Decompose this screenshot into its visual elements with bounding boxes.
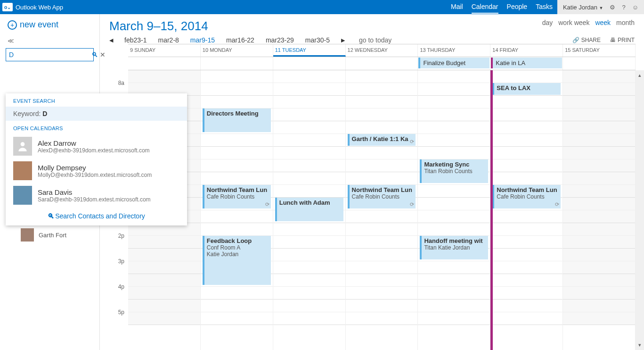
person-suggestion[interactable]: Sara DavisSaraD@exhb-3919dom.extest.micr…: [6, 183, 187, 208]
allday-cell[interactable]: [563, 57, 636, 70]
calendar-event[interactable]: Handoff meeting witTitan Katie Jordan: [420, 236, 488, 259]
day-header[interactable]: 15 SATURDAY: [563, 44, 636, 57]
help-icon[interactable]: ?: [622, 4, 625, 11]
app-brand: o⌄ Outlook Web App: [0, 3, 63, 11]
search-suggestions-popup: EVENT SEARCH Keyword: D OPEN CALENDARS A…: [6, 93, 187, 225]
allday-event[interactable]: Finalize Budget: [418, 58, 489, 68]
calendar-event[interactable]: Directors Meeting: [203, 108, 271, 132]
search-box: 🔍︎ ✕: [6, 48, 94, 61]
event-search-header: EVENT SEARCH: [6, 93, 187, 107]
allday-cell[interactable]: Finalize Budget: [418, 57, 490, 70]
week-link[interactable]: mar9-15: [190, 36, 215, 44]
nav-calendar[interactable]: Calendar: [472, 0, 498, 14]
allday-cell[interactable]: [346, 57, 418, 70]
smiley-icon[interactable]: ☺: [632, 4, 638, 11]
day-column[interactable]: Lunch with Adam: [273, 70, 346, 350]
day-column[interactable]: [563, 70, 636, 350]
hour-label: 5p: [100, 309, 128, 334]
allday-cell[interactable]: [128, 57, 201, 70]
view-workweek[interactable]: work week: [558, 19, 589, 26]
recurring-icon: ⟳: [410, 201, 414, 208]
collapse-sidebar-button[interactable]: ≪: [0, 35, 99, 48]
next-week-icon[interactable]: ▶: [341, 37, 345, 43]
scroll-up-icon[interactable]: ▴: [638, 72, 641, 78]
topbar: o⌄ Outlook Web App Mail Calendar People …: [0, 0, 644, 14]
view-switcher: day work week week month: [542, 19, 635, 26]
search-icon[interactable]: 🔍︎: [91, 51, 98, 58]
nav-people[interactable]: People: [507, 0, 528, 14]
new-event-button[interactable]: + new event: [0, 14, 99, 35]
open-calendars-header: OPEN CALENDARS: [6, 121, 187, 134]
search-input[interactable]: [9, 51, 91, 58]
outlook-logo-icon: o⌄: [2, 3, 13, 11]
plus-circle-icon: +: [8, 20, 17, 30]
person-email: SaraD@exhb-3919dom.extest.microsoft.com: [38, 196, 151, 203]
day-headers: 9 SUNDAY 10 MONDAY 11 TUESDAY 12 WEDNESD…: [128, 44, 636, 57]
gear-icon[interactable]: ⚙: [610, 4, 615, 11]
week-link[interactable]: mar30-5: [305, 36, 330, 44]
week-link[interactable]: mar16-22: [226, 36, 254, 44]
keyword-suggestion[interactable]: Keyword: D: [6, 107, 187, 121]
goto-today-link[interactable]: go to today: [359, 36, 391, 44]
day-column[interactable]: Marketing SyncTitan Robin Counts Handoff…: [418, 70, 490, 350]
calendar-grid: Directors Meeting Northwind Team LunCafe…: [128, 70, 636, 350]
person-name: Sara Davis: [38, 188, 151, 196]
clear-search-icon[interactable]: ✕: [100, 51, 106, 58]
calendar-event[interactable]: Northwind Team LunCafe Robin Counts⟳: [348, 185, 416, 208]
top-nav: Mail Calendar People Tasks: [451, 0, 557, 14]
new-event-label: new event: [20, 20, 58, 30]
day-header[interactable]: 13 THURSDAY: [418, 44, 490, 57]
share-button[interactable]: 🔗 SHARE: [572, 37, 601, 43]
day-header[interactable]: 12 WEDNESDAY: [346, 44, 418, 57]
search-directory-link[interactable]: 🔍︎Search Contacts and Directory: [6, 208, 187, 225]
calendar-event[interactable]: Lunch with Adam: [275, 198, 343, 221]
search-icon: 🔍︎: [48, 212, 54, 220]
calendar-title: March 9–15, 2014: [109, 19, 208, 33]
view-month[interactable]: month: [616, 19, 635, 26]
calendar-event[interactable]: Marketing SyncTitan Robin Counts: [420, 159, 488, 183]
calendar-event[interactable]: SEA to LAX: [492, 83, 561, 95]
recurring-icon: ⟳: [555, 201, 559, 208]
nav-mail[interactable]: Mail: [451, 0, 463, 14]
person-suggestion[interactable]: Molly DempseyMollyD@exhb-3919dom.extest.…: [6, 158, 187, 183]
scroll-down-icon[interactable]: ▾: [638, 342, 641, 348]
allday-cell[interactable]: [273, 57, 346, 70]
week-link[interactable]: mar23-29: [266, 36, 294, 44]
avatar-icon: [13, 137, 32, 156]
person-suggestion[interactable]: Alex DarrowAlexD@exhb-3919dom.extest.mic…: [6, 134, 187, 158]
day-column[interactable]: Garth / Katie 1:1 Ka⟳ Northwind Team Lun…: [346, 70, 418, 350]
other-calendar-item[interactable]: Garth Fort: [0, 225, 99, 244]
avatar-icon: [13, 161, 32, 180]
calendar-event[interactable]: Northwind Team LunCafe Robin Counts⟳: [492, 185, 561, 208]
calendar-event[interactable]: Garth / Katie 1:1 Ka⟳: [348, 134, 416, 146]
nav-tasks[interactable]: Tasks: [536, 0, 553, 14]
day-header[interactable]: 14 FRIDAY: [490, 44, 563, 57]
day-column[interactable]: SEA to LAX Northwind Team LunCafe Robin …: [490, 70, 563, 350]
app-title: Outlook Web App: [16, 4, 63, 11]
view-day[interactable]: day: [542, 19, 553, 26]
allday-cell[interactable]: [201, 57, 273, 70]
allday-event[interactable]: Katie in LA: [491, 58, 562, 68]
print-button[interactable]: 🖶 PRINT: [610, 37, 635, 43]
avatar-icon: [21, 228, 34, 242]
user-menu[interactable]: Katie Jordan ▼: [563, 4, 603, 11]
calendar-event[interactable]: Feedback LoopConf Room AKatie Jordan: [203, 236, 271, 285]
calendar-event[interactable]: Northwind Team LunCafe Robin Counts⟳: [203, 185, 271, 208]
day-header[interactable]: 10 MONDAY: [201, 44, 273, 57]
caret-down-icon: ▼: [599, 6, 603, 10]
week-nav: ◀ feb23-1 mar2-8 mar9-15 mar16-22 mar23-…: [109, 36, 635, 44]
scrollbar[interactable]: ▴ ▾: [636, 70, 644, 350]
calendar-header: March 9–15, 2014 day work week week mont…: [100, 14, 644, 44]
day-header[interactable]: 11 TUESDAY: [273, 44, 346, 57]
person-email: AlexD@exhb-3919dom.extest.microsoft.com: [38, 147, 150, 154]
hour-label: 3p: [100, 258, 128, 283]
week-link[interactable]: feb23-1: [124, 36, 147, 44]
week-link[interactable]: mar2-8: [158, 36, 179, 44]
allday-row: Finalize Budget Katie in LA: [128, 57, 636, 70]
view-week[interactable]: week: [595, 19, 611, 26]
day-header[interactable]: 9 SUNDAY: [128, 44, 201, 57]
day-column[interactable]: Directors Meeting Northwind Team LunCafe…: [201, 70, 273, 350]
allday-cell[interactable]: Katie in LA: [490, 57, 563, 70]
recurring-icon: ⟳: [410, 139, 414, 145]
prev-week-icon[interactable]: ◀: [109, 37, 113, 43]
